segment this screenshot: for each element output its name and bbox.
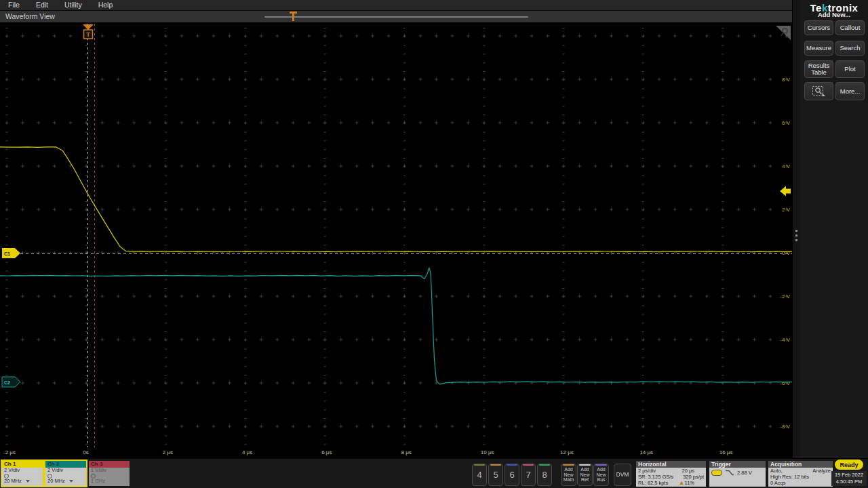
graticule-dot <box>483 288 485 289</box>
add-new-ref-button[interactable]: Add New Ref <box>577 464 593 486</box>
graticule-dot <box>244 349 246 350</box>
ch2-trace <box>0 268 792 384</box>
graticule-dot <box>85 409 87 410</box>
graticule-tick <box>340 425 341 428</box>
graticule-tick <box>340 338 341 342</box>
horizontal-panel[interactable]: Horizontal 2 μs/div20 μs SR: 3.125 GS/s3… <box>636 461 706 487</box>
graticule-dot <box>324 366 326 367</box>
graticule-tick <box>261 425 262 428</box>
graticule-dot <box>165 288 167 289</box>
graticule-dot <box>722 201 724 202</box>
graticule-tick <box>404 208 405 211</box>
graticule-tick <box>404 165 405 168</box>
graticule-tick <box>611 208 612 211</box>
graticule-dot <box>244 184 246 184</box>
graticule-tick <box>213 382 214 385</box>
graticule-tick <box>150 382 151 385</box>
graticule-tick <box>722 208 723 211</box>
graticule-tick <box>293 165 294 168</box>
dvm-button[interactable]: DVM <box>614 464 631 486</box>
menu-file[interactable]: File <box>0 0 28 10</box>
graticule-dot <box>403 97 406 98</box>
acquisition-title: Acquisition <box>768 461 833 468</box>
plot-button[interactable]: Plot <box>835 60 865 78</box>
menu-help[interactable]: Help <box>90 0 121 10</box>
cursors-button[interactable]: Cursors <box>804 20 833 35</box>
graticule-tick <box>627 78 627 81</box>
graticule-dot <box>642 71 644 72</box>
callout-button[interactable]: Callout <box>835 20 865 35</box>
graticule-dot <box>483 409 485 410</box>
menu-edit[interactable]: Edit <box>28 0 56 10</box>
graticule-tick <box>7 208 7 211</box>
graticule-tick <box>277 295 277 298</box>
trigger-pan-handle[interactable] <box>290 12 297 22</box>
graticule-dot <box>324 270 326 271</box>
graticule-dot <box>244 158 246 159</box>
menu-utility[interactable]: Utility <box>56 0 90 10</box>
graticule-dot <box>324 436 326 436</box>
graticule-tick <box>213 425 214 428</box>
trigger-panel[interactable]: Trigger 2.88 V <box>709 461 766 487</box>
graticule-tick <box>643 425 644 428</box>
graticule-dot <box>642 366 644 367</box>
ready-status-button[interactable]: Ready <box>835 460 863 470</box>
graticule-dot <box>563 54 565 54</box>
graticule-dot <box>403 245 406 245</box>
channel-badge-ch1[interactable]: Ch 1 2 V/div 20 MHz <box>2 461 43 486</box>
graticule-tick <box>627 35 627 38</box>
graticule-dot <box>483 184 485 184</box>
graticule-tick <box>86 208 87 211</box>
graticule-dot <box>563 45 565 46</box>
graticule-dot <box>324 97 326 98</box>
graticule-tick <box>118 35 119 38</box>
graticule-dot <box>642 236 644 237</box>
graticule-tick <box>372 425 373 428</box>
graticule-tick <box>515 121 516 125</box>
channel-8-button[interactable]: 8 <box>537 464 552 486</box>
add-new-bus-button[interactable]: Add New Bus <box>593 464 609 486</box>
trigger-marker-arrow[interactable] <box>83 24 94 30</box>
graticule-dot <box>85 201 87 202</box>
channel-7-button[interactable]: 7 <box>521 464 536 486</box>
search-button[interactable]: Search <box>835 41 865 56</box>
graticule-tick <box>325 208 326 211</box>
graticule-tick <box>277 165 277 168</box>
graticule-tick <box>658 208 659 211</box>
results-table-button[interactable]: Results Table <box>804 60 833 78</box>
waveform-graticule[interactable]: 8 V6 V4 V2 V0 V-2 V-4 V-6 V-8 V-2 μs0s2 … <box>0 22 792 458</box>
channel-6-button[interactable]: 6 <box>505 464 519 486</box>
graticule-tick <box>134 338 134 342</box>
graticule-tick <box>404 338 405 342</box>
horizontal-pan-track[interactable] <box>264 16 528 18</box>
graticule-tick <box>134 165 134 168</box>
graticule-dot <box>85 54 87 54</box>
trigger-level-arrow[interactable] <box>780 186 791 197</box>
channel-4-button[interactable]: 4 <box>472 464 487 486</box>
graticule-tick <box>357 338 357 342</box>
zoom-box-button[interactable] <box>804 82 833 100</box>
graticule-dot <box>483 192 485 193</box>
more-button[interactable]: More... <box>835 82 865 100</box>
channel-badge-ch2[interactable]: Ch 2 2 V/div 20 MHz <box>45 461 86 486</box>
graticule-tick <box>643 165 644 168</box>
graticule-tick <box>500 165 500 168</box>
graticule-dot <box>165 418 167 419</box>
measure-button[interactable]: Measure <box>804 41 833 56</box>
graticule-dot <box>6 270 8 271</box>
graticule-dot <box>165 71 167 72</box>
graticule-tick <box>420 35 420 38</box>
graticule-tick <box>54 425 55 428</box>
graticule-dot <box>722 288 724 289</box>
channel-badge-ch3[interactable]: Ch 3 1 V/div 1 GHz <box>89 461 130 486</box>
add-new-math-button[interactable]: Add New Math <box>561 464 576 486</box>
channel-5-button[interactable]: 5 <box>488 464 503 486</box>
graticule-tick <box>595 338 596 342</box>
graticule-dot <box>6 409 8 410</box>
graticule-tick <box>452 295 452 298</box>
graticule-tick <box>7 121 7 125</box>
acquisition-panel[interactable]: Acquisition Auto,Analyze High Res: 12 bi… <box>768 461 833 487</box>
graticule-tick <box>579 121 580 125</box>
graticule-tick <box>484 338 484 342</box>
graticule-tick <box>738 382 739 385</box>
